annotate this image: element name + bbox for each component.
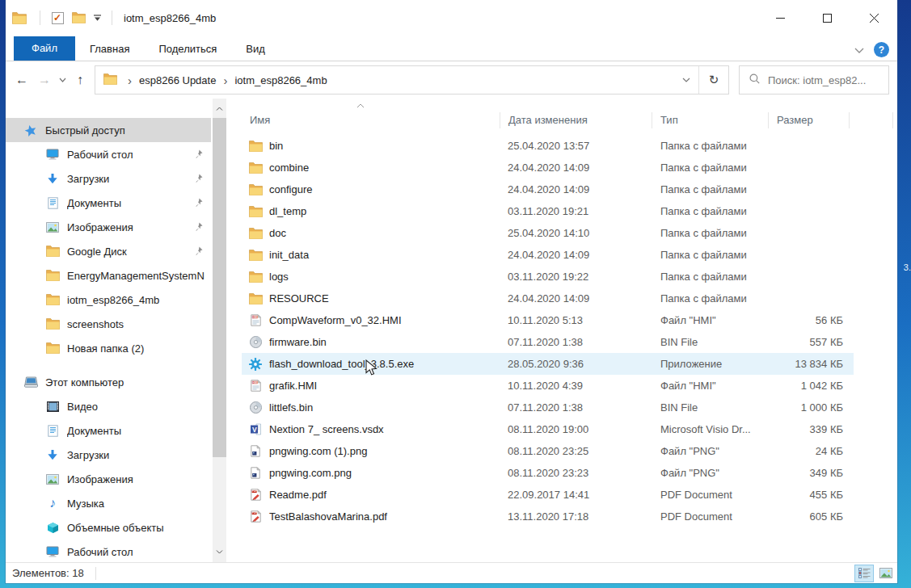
file-row[interactable]: VNextion 7_ screens.vsdx 08.11.2020 19:0…	[242, 418, 854, 440]
file-row[interactable]: bin 25.04.2020 13:57 Папка с файлами	[242, 135, 854, 157]
sidebar-item[interactable]: Google Диск	[6, 239, 211, 263]
file-row[interactable]: firmware.bin 07.11.2020 1:38 BIN File 55…	[242, 331, 854, 353]
sidebar-item[interactable]: Документы	[6, 191, 211, 215]
sidebar-item[interactable]: Рабочий стол	[6, 540, 211, 562]
sidebar-item-label: Музыка	[67, 498, 211, 510]
chevron-down-icon	[682, 78, 690, 82]
pin-icon	[194, 221, 203, 233]
sidebar-item-label: Изображения	[67, 473, 211, 485]
file-name: combine	[269, 162, 309, 174]
column-header-name[interactable]: Имя	[242, 112, 500, 128]
file-row[interactable]: configure 24.04.2020 14:09 Папка с файла…	[242, 178, 854, 200]
ribbon-collapse-button[interactable]	[854, 44, 864, 56]
refresh-button[interactable]: ↻	[699, 66, 728, 94]
sidebar-item[interactable]: Загрузки	[6, 443, 211, 467]
file-date: 25.04.2020 14:10	[500, 227, 652, 239]
file-row[interactable]: RESOURCE 24.04.2020 14:09 Папка с файлам…	[242, 288, 854, 309]
back-button[interactable]: ←	[11, 68, 33, 92]
sidebar-item[interactable]: EnergyManagementSystemN	[6, 263, 211, 288]
column-header-size[interactable]: Размер	[769, 112, 850, 128]
sidebar-item[interactable]: Этот компьютер	[6, 370, 211, 394]
tab-share[interactable]: Поделиться	[144, 38, 231, 61]
file-row[interactable]: PDFReadme.pdf 22.09.2017 14:41 PDF Docum…	[242, 484, 854, 506]
file-name: littlefs.bin	[269, 401, 313, 414]
close-button[interactable]	[850, 0, 897, 36]
file-row[interactable]: HMIgrafik.HMI 10.11.2020 4:39 Файл "HMI"…	[242, 375, 854, 397]
file-row[interactable]: HMICompWaveform_v0_32.HMI 10.11.2020 5:1…	[242, 309, 854, 331]
file-row[interactable]: doc 25.04.2020 14:10 Папка с файлами	[242, 222, 854, 244]
search-box[interactable]: Поиск: iotm_esp82...	[739, 65, 889, 94]
checkmark-icon: ✓	[52, 12, 64, 24]
minimize-button[interactable]	[757, 0, 803, 36]
file-size: 56 КБ	[769, 314, 850, 326]
tab-file[interactable]: Файл	[14, 36, 75, 61]
forward-arrow-icon: →	[38, 73, 51, 87]
file-row[interactable]: dl_temp 03.11.2020 19:21 Папка с файлами	[242, 200, 854, 222]
column-header-date[interactable]: Дата изменения	[500, 112, 652, 128]
sidebar-item[interactable]: ♪ Музыка	[6, 491, 211, 515]
sidebar-item[interactable]: Изображения	[6, 467, 211, 491]
desktop-icon-label-fragment: 3.	[904, 262, 911, 272]
tab-view[interactable]: Вид	[231, 38, 280, 61]
file-type: Файл "PNG"	[652, 445, 769, 457]
up-button[interactable]: ↑	[69, 68, 91, 92]
recent-locations-button[interactable]	[56, 68, 69, 92]
sidebar-item[interactable]: Быстрый доступ	[6, 118, 211, 142]
sidebar-item[interactable]: screenshots	[6, 312, 211, 336]
video-icon	[44, 401, 61, 412]
quick-access-properties-button[interactable]: ✓	[47, 7, 68, 28]
sidebar-item-label: Google Диск	[67, 246, 194, 258]
tab-home[interactable]: Главная	[75, 38, 144, 61]
sidebar-item[interactable]: Документы	[6, 418, 211, 443]
sidebar-item[interactable]: Загрузки	[6, 166, 211, 191]
sidebar-item[interactable]: Видео	[6, 394, 211, 418]
file-row[interactable]: littlefs.bin 07.11.2020 1:38 BIN File 1 …	[242, 397, 854, 418]
file-row[interactable]: flash_download_tool_3.8.5.exe 28.05.2020…	[242, 353, 854, 375]
address-bar[interactable]: › esp8266 Update › iotm_esp8266_4mb ↻	[95, 65, 729, 94]
breadcrumb-segment[interactable]: esp8266 Update	[137, 73, 217, 88]
breadcrumb-segment[interactable]: iotm_esp8266_4mb	[233, 73, 328, 88]
folder-icon	[44, 246, 61, 257]
help-button[interactable]: ?	[874, 42, 889, 57]
maximize-button[interactable]	[803, 0, 850, 36]
sidebar-scrollbar[interactable]	[213, 99, 226, 562]
folder-icon	[248, 162, 263, 174]
svg-text:HMI: HMI	[252, 381, 257, 384]
view-toggles	[854, 565, 896, 582]
items-count: Элементов: 18	[12, 567, 84, 579]
file-row[interactable]: logs 03.11.2020 19:22 Папка с файлами	[242, 266, 854, 288]
scroll-down-icon[interactable]	[213, 545, 226, 559]
back-arrow-icon: ←	[15, 73, 28, 87]
file-row[interactable]: pngwing.com.png 08.11.2020 23:23 Файл "P…	[242, 462, 854, 484]
customize-quick-access-button[interactable]	[89, 7, 105, 28]
file-row[interactable]: PDFTestBalashovaMarina.pdf 13.11.2020 17…	[242, 506, 854, 527]
file-row[interactable]: pngwing.com (1).png 08.11.2020 23:25 Фай…	[242, 440, 854, 462]
file-size: 557 КБ	[769, 336, 850, 348]
file-row[interactable]: combine 24.04.2020 14:09 Папка с файлами	[242, 157, 854, 178]
sidebar-item[interactable]: Изображения	[6, 215, 211, 239]
file-date: 28.05.2020 9:36	[500, 358, 652, 370]
scroll-up-icon[interactable]	[213, 102, 226, 116]
sidebar-item[interactable]: Новая папка (2)	[6, 336, 211, 360]
disc-icon	[248, 336, 263, 348]
music-icon: ♪	[44, 497, 61, 510]
desktop-icon	[44, 149, 61, 160]
column-header-type[interactable]: Тип	[652, 112, 769, 128]
sidebar-item-label: Документы	[67, 197, 194, 209]
file-size: 605 КБ	[769, 510, 850, 523]
thumbnail-view-button[interactable]	[876, 565, 896, 582]
details-view-button[interactable]	[854, 565, 874, 582]
file-date: 24.04.2020 14:09	[500, 249, 652, 261]
sidebar-item[interactable]: Объемные объекты	[6, 515, 211, 540]
sidebar-item[interactable]: iotm_esp8266_4mb	[6, 288, 211, 312]
file-row[interactable]: init_data 24.04.2020 14:09 Папка с файла…	[242, 244, 854, 266]
address-dropdown-button[interactable]	[674, 66, 698, 94]
forward-button[interactable]: →	[33, 68, 56, 92]
file-name: doc	[269, 227, 286, 239]
scrollbar-thumb[interactable]	[213, 118, 226, 457]
pin-icon	[194, 197, 203, 209]
sidebar-item-label: Этот компьютер	[45, 376, 211, 388]
search-input[interactable]: Поиск: iotm_esp82...	[768, 74, 866, 86]
sidebar-item[interactable]: Рабочий стол	[6, 142, 211, 166]
quick-access-new-folder-button[interactable]	[68, 7, 89, 28]
